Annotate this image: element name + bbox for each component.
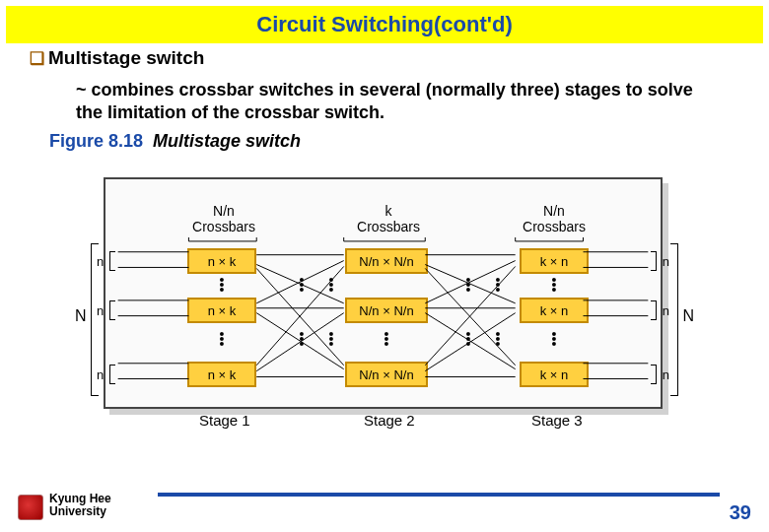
figure-title: Multistage switch	[153, 131, 301, 151]
stage2-label: Stage 2	[364, 412, 415, 429]
figure-caption: Figure 8.18 Multistage switch	[0, 129, 769, 156]
stage3-box: k × n	[520, 298, 589, 323]
stage1-box: n × k	[187, 362, 256, 387]
stage2-box: N/n × N/n	[345, 248, 428, 274]
stage1-box: n × k	[187, 248, 256, 274]
section-description: ~ combines crossbar switches in several …	[0, 75, 769, 129]
left-bracket	[91, 243, 99, 396]
col1-header: N/n Crossbars	[184, 203, 263, 234]
left-N-label: N	[75, 307, 87, 325]
col2-header: k Crossbars	[349, 203, 428, 234]
right-N-label: N	[682, 307, 694, 325]
col3-header: N/n Crossbars	[515, 203, 594, 234]
figure-number: Figure 8.18	[49, 131, 143, 151]
n-label: n	[663, 254, 669, 269]
university-name: Kyung Hee University	[49, 493, 111, 518]
slide-title-bar: Circuit Switching(cont'd)	[6, 6, 763, 43]
slide-footer: Kyung Hee University 39	[0, 479, 769, 526]
stage1-label: Stage 1	[199, 412, 250, 429]
page-number: 39	[730, 501, 751, 524]
n-label: n	[663, 303, 669, 318]
slide-title: Circuit Switching(cont'd)	[256, 12, 512, 36]
bullet-icon: ❑	[30, 49, 44, 68]
stage1-box: n × k	[187, 298, 256, 323]
section-heading: ❑Multistage switch	[0, 43, 769, 75]
stage2-box: N/n × N/n	[345, 298, 428, 323]
right-bracket	[670, 243, 678, 396]
university-logo-icon	[18, 495, 43, 520]
stage3-box: k × n	[520, 248, 589, 274]
diagram-frame: N/n Crossbars k Crossbars N/n Crossbars …	[104, 177, 663, 409]
stage2-box: N/n × N/n	[345, 362, 428, 387]
footer-rule	[158, 493, 720, 497]
stage3-box: k × n	[520, 362, 589, 387]
multistage-diagram: N/n Crossbars k Crossbars N/n Crossbars …	[69, 160, 700, 445]
n-label: n	[663, 367, 669, 382]
stage3-label: Stage 3	[531, 412, 583, 429]
